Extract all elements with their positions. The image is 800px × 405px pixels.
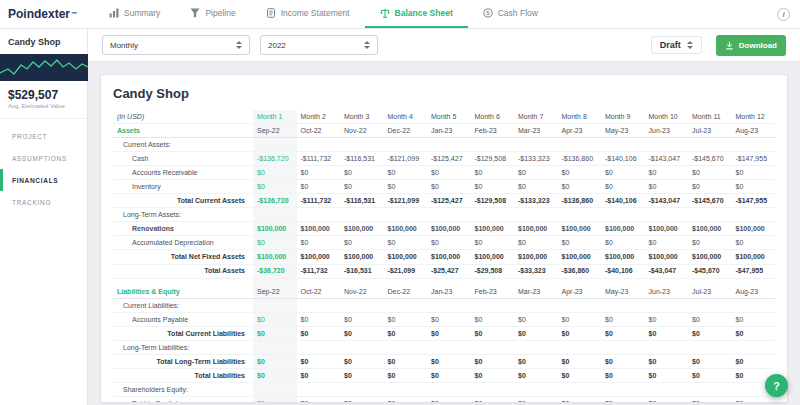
value-cell: $100,000: [427, 222, 471, 236]
empty-cell: [601, 383, 645, 397]
month-header: Month 4: [384, 110, 428, 124]
value-cell: $0: [688, 166, 732, 180]
row-total-current-liabilities: Total Current Liabilities$0$0$0$0$0$0$0$…: [113, 327, 775, 341]
value-cell: $0: [471, 355, 515, 369]
value-cell: -$147,955: [732, 152, 776, 166]
balance-sheet-icon: [380, 8, 390, 18]
download-button[interactable]: Download: [716, 35, 786, 56]
value-cell: $0: [732, 180, 776, 194]
row-renovations: Renovations$100,000$100,000$100,000$100,…: [113, 222, 775, 236]
value-cell: $0: [427, 369, 471, 383]
value-cell: $0: [471, 166, 515, 180]
month-header: Month 5: [427, 110, 471, 124]
date-label: May-23: [601, 124, 645, 138]
row-liabilities-equity: Liabilities & EquitySep-22Oct-22Nov-22De…: [113, 278, 775, 299]
app-logo[interactable]: Poindexter™: [8, 0, 88, 28]
value-cell: $0: [514, 180, 558, 194]
date-label: Aug-23: [732, 124, 776, 138]
tab-cash-flow[interactable]: $Cash Flow: [468, 0, 553, 28]
main-tabs: SummaryPipelineIncome StatementBalance S…: [94, 0, 553, 28]
value-cell: $0: [297, 369, 341, 383]
value-cell: $0: [384, 369, 428, 383]
value-cell: $0: [340, 327, 384, 341]
value-cell: $100,000: [514, 250, 558, 264]
empty-cell: [645, 383, 689, 397]
month-header: Month 6: [471, 110, 515, 124]
value-cell: $0: [645, 166, 689, 180]
sidebar-item-assumptions[interactable]: Assumptions: [0, 147, 87, 169]
period-select[interactable]: Monthly: [102, 35, 250, 55]
date-label: Apr-23: [558, 278, 602, 299]
value-cell: $0: [471, 236, 515, 250]
value-cell: $0: [384, 180, 428, 194]
date-label: Nov-22: [340, 124, 384, 138]
date-label: Jun-23: [645, 278, 689, 299]
value-cell: $0: [471, 313, 515, 327]
date-label: Feb-23: [471, 278, 515, 299]
help-button[interactable]: ?: [765, 374, 788, 397]
date-label: Sep-22: [253, 124, 297, 138]
tab-pipeline[interactable]: Pipeline: [175, 0, 250, 28]
empty-cell: [471, 383, 515, 397]
value-cell: $0: [645, 236, 689, 250]
date-label: Oct-22: [297, 278, 341, 299]
value-cell: $100,000: [253, 250, 297, 264]
date-label: Jul-23: [688, 278, 732, 299]
summary-icon: [109, 8, 119, 18]
empty-cell: [558, 341, 602, 355]
main-area: Monthly 2022 Draft: [88, 29, 800, 405]
row-label: Current Assets:: [113, 138, 253, 152]
value-cell: $0: [297, 166, 341, 180]
row-cash: Cash-$136,720-$111,732-$116,531-$121,099…: [113, 152, 775, 166]
value-cell: $0: [340, 313, 384, 327]
tab-balance-sheet[interactable]: Balance Sheet: [365, 0, 468, 28]
value-cell: $0: [732, 166, 776, 180]
row-long-term-liabilities: Long-Term Liabilities:: [113, 341, 775, 355]
tab-income-statement[interactable]: Income Statement: [251, 0, 365, 28]
pipeline-icon: [190, 8, 200, 18]
info-icon[interactable]: i: [777, 8, 790, 21]
value-cell: -$133,323: [514, 152, 558, 166]
value-cell: $0: [340, 355, 384, 369]
value-cell: -$29,508: [471, 264, 515, 278]
date-label: Aug-23: [732, 278, 776, 299]
value-cell: -$140,106: [601, 194, 645, 208]
month-header: Month 8: [558, 110, 602, 124]
value-cell: $100,000: [732, 250, 776, 264]
value-cell: $100,000: [601, 222, 645, 236]
sidebar-item-tracking[interactable]: Tracking: [0, 191, 87, 213]
valuation-sparkline: [0, 54, 87, 81]
value-cell: $0: [427, 236, 471, 250]
empty-cell: [253, 299, 297, 313]
value-cell: $0: [601, 397, 645, 403]
sidebar-item-financials[interactable]: Financials: [0, 169, 87, 191]
row-label: Total Current Liabilities: [113, 327, 253, 341]
value-cell: -$25,427: [427, 264, 471, 278]
value-cell: $0: [732, 236, 776, 250]
value-cell: $0: [427, 327, 471, 341]
value-cell: -$36,720: [253, 264, 297, 278]
value-cell: $0: [253, 369, 297, 383]
value-cell: $0: [645, 313, 689, 327]
status-select[interactable]: Draft: [651, 36, 702, 54]
value-cell: $0: [471, 327, 515, 341]
value-cell: -$129,508: [471, 152, 515, 166]
value-cell: $0: [427, 166, 471, 180]
value-cell: $100,000: [558, 222, 602, 236]
year-select[interactable]: 2022: [260, 35, 378, 55]
value-cell: $100,000: [427, 250, 471, 264]
app-shell: Candy Shop $529,507 Avg. Estimated Value…: [0, 29, 800, 405]
sidebar-item-project[interactable]: Project: [0, 125, 87, 147]
value-cell: $100,000: [645, 222, 689, 236]
row-total-long-term-liabilities: Total Long-Term Liabilities$0$0$0$0$0$0$…: [113, 355, 775, 369]
row-accounts-payable: Accounts Payable$0$0$0$0$0$0$0$0$0$0$0$0: [113, 313, 775, 327]
value-cell: $0: [688, 313, 732, 327]
value-cell: $0: [558, 180, 602, 194]
tab-summary[interactable]: Summary: [94, 0, 175, 28]
empty-cell: [253, 138, 297, 152]
row-label: Total Liabilities: [113, 369, 253, 383]
value-cell: $0: [732, 327, 776, 341]
empty-cell: [297, 138, 341, 152]
date-label: Jan-23: [427, 124, 471, 138]
month-header: Month 2: [297, 110, 341, 124]
